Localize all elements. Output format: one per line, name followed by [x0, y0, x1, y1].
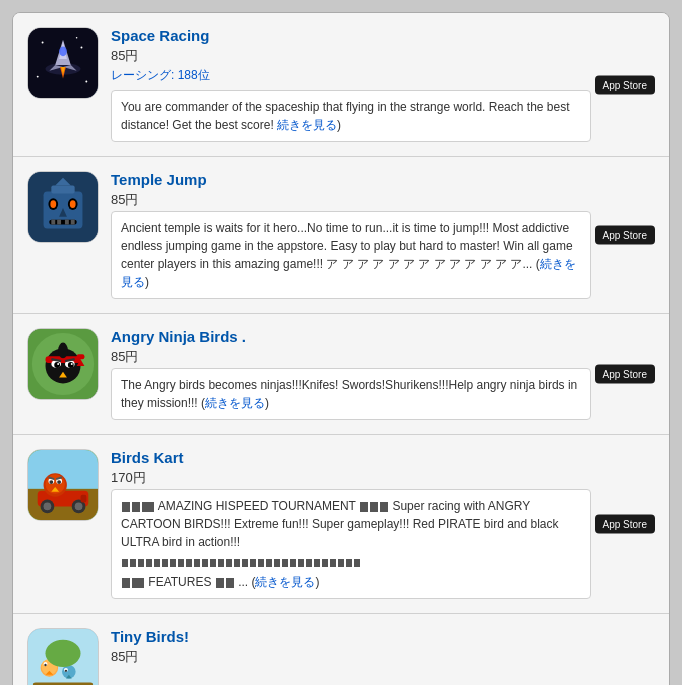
svg-point-6	[59, 46, 67, 56]
app-title-angry-ninja-birds[interactable]: Angry Ninja Birds .	[111, 328, 655, 345]
app-info-birds-kart: Birds Kart 170円 AMAZING HISPEED TOURNAME…	[111, 449, 655, 599]
svg-point-74	[46, 640, 81, 667]
svg-point-7	[42, 42, 44, 44]
svg-point-8	[81, 46, 83, 48]
svg-point-39	[71, 363, 73, 365]
svg-point-43	[58, 343, 68, 359]
app-item-angry-ninja-birds: Angry Ninja Birds . 85円 The Angry birds …	[13, 314, 669, 435]
app-icon-birds-kart	[27, 449, 99, 521]
svg-point-71	[65, 670, 67, 672]
svg-point-52	[49, 480, 53, 484]
app-list: Space Racing 85円 レーシング: 188位 You are com…	[12, 12, 670, 685]
app-desc-corrupt-row	[121, 553, 581, 571]
app-item-space-racing: Space Racing 85円 レーシング: 188位 You are com…	[13, 13, 669, 157]
app-item-birds-kart: Birds Kart 170円 AMAZING HISPEED TOURNAME…	[13, 435, 669, 614]
appstore-badge-birds-kart[interactable]: App Store	[595, 515, 655, 534]
app-item-tiny-birds: Tiny Birds! 85円	[13, 614, 669, 685]
svg-point-19	[70, 200, 76, 208]
app-desc-space-racing: You are commander of the spaceship that …	[111, 90, 591, 142]
app-title-tiny-birds[interactable]: Tiny Birds!	[111, 628, 655, 645]
app-icon-tiny-birds	[27, 628, 99, 685]
svg-point-10	[37, 76, 39, 78]
appstore-badge-temple-jump[interactable]: App Store	[595, 226, 655, 245]
svg-point-9	[85, 81, 87, 83]
svg-point-53	[57, 480, 61, 484]
svg-rect-61	[81, 495, 87, 503]
app-desc-link[interactable]: 続きを見る	[121, 257, 576, 289]
app-icon-space-racing	[27, 27, 99, 99]
svg-rect-22	[51, 220, 55, 225]
app-desc-link[interactable]: 続きを見る	[255, 575, 315, 589]
app-price-space-racing: 85円	[111, 47, 655, 65]
app-desc-link[interactable]: 続きを見る	[205, 396, 265, 410]
app-desc-corrupt-1: AMAZING HISPEED TOURNAMENT Super racing …	[121, 499, 559, 549]
svg-point-37	[68, 362, 74, 368]
svg-rect-23	[57, 220, 61, 225]
app-price-birds-kart: 170円	[111, 469, 655, 487]
app-title-space-racing[interactable]: Space Racing	[111, 27, 655, 44]
app-desc-link[interactable]: 続きを見る	[277, 118, 337, 132]
app-desc-birds-kart: AMAZING HISPEED TOURNAMENT Super racing …	[111, 489, 591, 599]
svg-point-11	[76, 37, 78, 39]
app-desc-text: You are commander of the spaceship that …	[121, 100, 570, 132]
app-price-angry-ninja-birds: 85円	[111, 348, 655, 366]
app-desc-corrupt-2: FEATURES ... (続きを見る)	[121, 575, 319, 589]
svg-point-38	[57, 363, 59, 365]
svg-rect-26	[51, 186, 74, 194]
app-price-temple-jump: 85円	[111, 191, 655, 209]
svg-point-58	[44, 503, 52, 511]
svg-point-18	[50, 200, 56, 208]
app-title-birds-kart[interactable]: Birds Kart	[111, 449, 655, 466]
app-desc-angry-ninja-birds: The Angry birds becomes ninjas!!!Knifes!…	[111, 368, 591, 420]
app-info-space-racing: Space Racing 85円 レーシング: 188位 You are com…	[111, 27, 655, 142]
app-icon-angry-ninja-birds	[27, 328, 99, 400]
app-desc-text: The Angry birds becomes ninjas!!!Knifes!…	[121, 378, 577, 410]
svg-point-60	[75, 503, 83, 511]
app-info-temple-jump: Temple Jump 85円 Ancient temple is waits …	[111, 171, 655, 299]
app-rank-space-racing[interactable]: レーシング: 188位	[111, 67, 655, 84]
svg-rect-25	[71, 220, 75, 225]
app-info-tiny-birds: Tiny Birds! 85円	[111, 628, 655, 668]
app-info-angry-ninja-birds: Angry Ninja Birds . 85円 The Angry birds …	[111, 328, 655, 420]
app-desc-temple-jump: Ancient temple is waits for it hero...No…	[111, 211, 591, 299]
app-item-temple-jump: Temple Jump 85円 Ancient temple is waits …	[13, 157, 669, 314]
app-desc-text: Ancient temple is waits for it hero...No…	[121, 221, 576, 289]
app-title-temple-jump[interactable]: Temple Jump	[111, 171, 655, 188]
app-icon-temple-jump	[27, 171, 99, 243]
svg-point-36	[54, 362, 60, 368]
svg-rect-24	[65, 220, 69, 225]
appstore-badge-space-racing[interactable]: App Store	[595, 75, 655, 94]
svg-point-67	[44, 664, 46, 666]
app-price-tiny-birds: 85円	[111, 648, 655, 666]
svg-rect-32	[77, 354, 85, 359]
appstore-badge-angry-ninja-birds[interactable]: App Store	[595, 365, 655, 384]
